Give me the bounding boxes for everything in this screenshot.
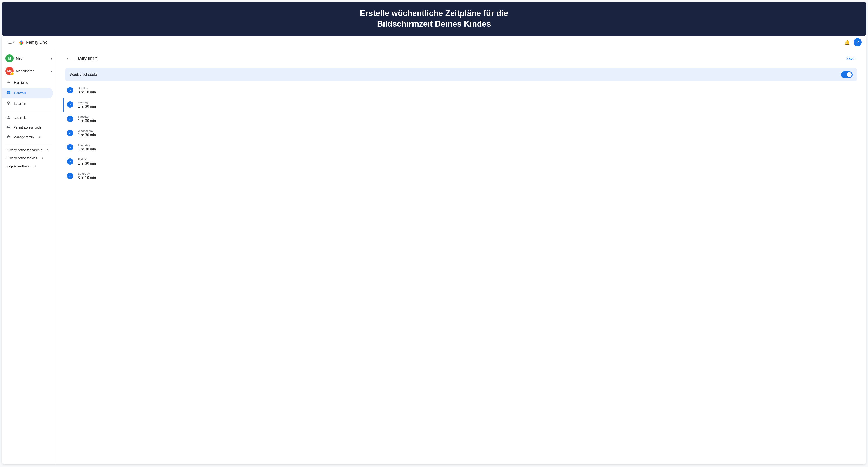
sidebar-item-parent-access-code[interactable]: Parent access code (2, 123, 56, 133)
add-child-label: Add child (13, 116, 27, 119)
highlights-icon: ✦ (6, 80, 11, 85)
day-info: Wednesday 1 hr 30 min (78, 129, 96, 137)
child-selector[interactable]: Me Meddlington ▴ (2, 65, 56, 77)
app-container: ☰ ✕ Family Link 🔔 P M (2, 36, 866, 464)
day-info: Friday 1 hr 30 min (78, 158, 96, 166)
sidebar-item-add-child[interactable]: Add child (2, 113, 56, 123)
nav-logo: Family Link (19, 39, 47, 45)
chevron-up-icon: ▴ (51, 69, 52, 73)
day-name: Wednesday (78, 129, 96, 133)
day-info: Thursday 1 hr 30 min (78, 143, 96, 151)
main-layout: M Med ▾ Me Meddlington ▴ ✦ Highlights (2, 49, 866, 464)
app-title: Family Link (26, 40, 47, 45)
weekly-schedule-row[interactable]: Weekly schedule (65, 68, 857, 82)
check-icon (67, 116, 73, 122)
sidebar-item-privacy-kids[interactable]: Privacy notice for kids ↗ (2, 154, 56, 162)
external-link-icon: ↗ (38, 135, 41, 139)
toggle-track (841, 71, 852, 78)
content-area: ← Daily limit Save Weekly schedule (56, 49, 866, 464)
day-name: Saturday (78, 172, 96, 175)
check-icon (67, 130, 73, 136)
check-icon (67, 173, 73, 179)
sidebar-item-help-feedback[interactable]: Help & feedback ↗ (2, 162, 56, 170)
day-name: Sunday (78, 86, 96, 90)
manage-family-icon (6, 135, 10, 140)
sidebar-item-location[interactable]: Location (2, 98, 53, 109)
day-item[interactable]: Sunday 3 hr 10 min (65, 83, 857, 97)
highlight-bar (63, 97, 64, 112)
child-name: Meddlington (16, 69, 34, 73)
day-name: Thursday (78, 143, 96, 147)
privacy-parents-label: Privacy notice for parents (6, 148, 42, 152)
user-avatar-button[interactable]: P (854, 38, 862, 47)
weekly-schedule-toggle[interactable] (841, 71, 852, 78)
account-selector[interactable]: M Med ▾ (2, 52, 56, 65)
day-item[interactable]: Friday 1 hr 30 min (65, 154, 857, 169)
schedule-list: Sunday 3 hr 10 min Monday 1 hr 30 min (65, 83, 857, 183)
day-time: 3 hr 10 min (78, 176, 96, 180)
privacy-kids-label: Privacy notice for kids (6, 156, 37, 160)
check-icon (67, 101, 73, 108)
external-link-icon-4: ↗ (34, 165, 36, 168)
menu-button[interactable]: ☰ ✕ (6, 38, 17, 47)
external-link-icon-3: ↗ (41, 156, 44, 160)
day-name: Monday (78, 101, 96, 104)
add-child-icon (6, 115, 10, 120)
day-info: Saturday 3 hr 10 min (78, 172, 96, 180)
day-item[interactable]: Thursday 1 hr 30 min (65, 140, 857, 154)
parent-access-code-icon (6, 125, 10, 130)
nav-actions: 🔔 P (842, 38, 862, 47)
sidebar-item-controls[interactable]: Controls (2, 88, 53, 98)
day-time: 1 hr 30 min (78, 119, 96, 123)
promo-line1: Erstelle wöchentliche Zeitpläne für die (11, 8, 857, 19)
account-name: Med (16, 56, 22, 60)
day-item[interactable]: Wednesday 1 hr 30 min (65, 126, 857, 140)
sidebar-item-privacy-parents[interactable]: Privacy notice for parents ↗ (2, 146, 56, 154)
day-info: Sunday 3 hr 10 min (78, 86, 96, 94)
day-item[interactable]: Tuesday 1 hr 30 min (65, 112, 857, 126)
chevron-down-icon: ▾ (51, 57, 52, 60)
sidebar-item-highlights[interactable]: ✦ Highlights (2, 77, 53, 88)
day-time: 1 hr 30 min (78, 133, 96, 137)
location-icon (6, 101, 11, 106)
promo-line2: Bildschirmzeit Deines Kindes (11, 19, 857, 29)
hamburger-icon: ☰ (8, 40, 12, 45)
day-name: Friday (78, 158, 96, 161)
close-icon: ✕ (13, 41, 15, 44)
highlights-label: Highlights (14, 81, 28, 84)
day-info: Monday 1 hr 30 min (78, 101, 96, 109)
day-time: 1 hr 30 min (78, 162, 96, 166)
parent-access-code-label: Parent access code (13, 125, 41, 129)
notifications-button[interactable]: 🔔 (842, 38, 852, 47)
sidebar: M Med ▾ Me Meddlington ▴ ✦ Highlights (2, 49, 56, 464)
day-time: 1 hr 30 min (78, 147, 96, 151)
back-button[interactable]: ← (65, 55, 72, 62)
day-time: 3 hr 10 min (78, 90, 96, 94)
day-item[interactable]: Monday 1 hr 30 min (65, 97, 857, 112)
controls-label: Controls (14, 91, 26, 95)
google-logo-icon (19, 39, 24, 45)
toggle-thumb (847, 72, 852, 77)
day-item[interactable]: Saturday 3 hr 10 min (65, 169, 857, 183)
manage-family-label: Manage family (13, 135, 34, 139)
sidebar-item-manage-family[interactable]: Manage family ↗ (2, 133, 56, 142)
day-name: Tuesday (78, 115, 96, 118)
bell-icon: 🔔 (844, 40, 850, 45)
check-icon (67, 87, 73, 93)
external-link-icon-2: ↗ (46, 148, 49, 152)
promo-banner: Erstelle wöchentliche Zeitpläne für die … (2, 2, 866, 36)
weekly-schedule-label: Weekly schedule (70, 72, 841, 77)
help-feedback-label: Help & feedback (6, 165, 30, 168)
day-time: 1 hr 30 min (78, 105, 96, 109)
top-nav: ☰ ✕ Family Link 🔔 P (2, 36, 866, 49)
page-header: ← Daily limit Save (65, 55, 857, 62)
child-avatar: Me (5, 67, 13, 75)
check-icon (67, 144, 73, 150)
back-arrow-icon: ← (66, 56, 71, 61)
controls-icon (6, 90, 11, 96)
day-info: Tuesday 1 hr 30 min (78, 115, 96, 123)
check-icon (67, 158, 73, 165)
account-avatar: M (5, 54, 13, 62)
page-title: Daily limit (75, 56, 97, 62)
save-button[interactable]: Save (844, 55, 857, 62)
